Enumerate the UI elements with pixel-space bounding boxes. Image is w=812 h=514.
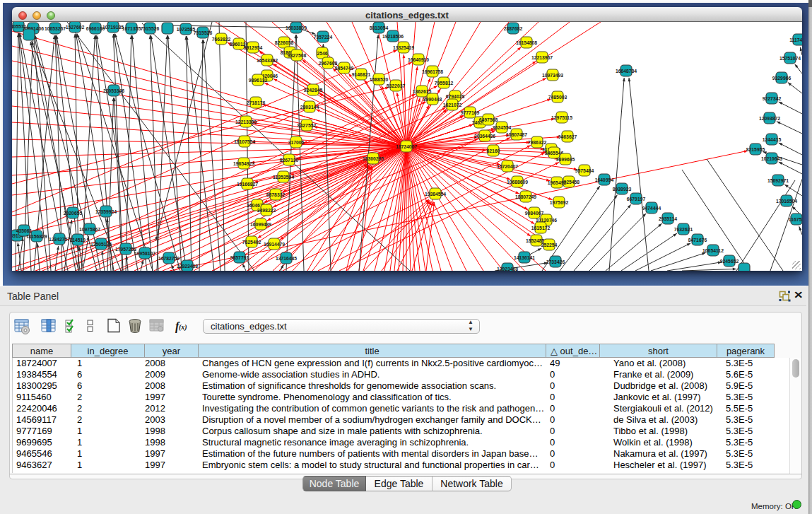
svg-text:2803144: 2803144 [300,105,319,110]
svg-text:7986322: 7986322 [528,140,547,145]
svg-text:7357224: 7357224 [314,35,333,40]
svg-text:2546: 2546 [317,51,327,56]
svg-text:16543382: 16543382 [257,58,278,63]
svg-text:10654112: 10654112 [702,248,724,253]
svg-text:2718176: 2718176 [247,100,266,105]
svg-text:435061: 435061 [16,228,33,233]
svg-text:317006: 317006 [288,140,305,145]
svg-text:7485003: 7485003 [548,95,567,100]
svg-text:10975867: 10975867 [79,227,100,232]
svg-text:16099489: 16099489 [250,222,271,227]
svg-text:9327508: 9327508 [288,53,307,58]
svg-text:114519: 114519 [70,238,86,243]
svg-text:7625402: 7625402 [242,240,261,245]
svg-text:17957253: 17957253 [115,247,136,252]
svg-text:1527602: 1527602 [66,25,85,30]
svg-text:9245652: 9245652 [720,259,739,264]
svg-text:16154808: 16154808 [516,40,537,45]
svg-text:12213967: 12213967 [531,55,553,60]
svg-text:9699695: 9699695 [556,157,575,162]
svg-text:10653267: 10653267 [45,26,66,31]
svg-text:15692971: 15692971 [767,178,789,183]
svg-text:19384554: 19384554 [425,192,446,197]
svg-text:9084067: 9084067 [525,211,544,216]
svg-text:6679197: 6679197 [627,197,646,201]
svg-text:19218506: 19218506 [382,34,404,39]
svg-text:8427552: 8427552 [298,123,317,128]
svg-text:11353594: 11353594 [273,175,294,180]
svg-text:9474444: 9474444 [642,206,661,211]
svg-text:9463627: 9463627 [558,134,577,139]
svg-text:12923468: 12923468 [497,267,518,271]
svg-text:16640910: 16640910 [408,57,429,62]
svg-text:10973493: 10973493 [542,73,563,78]
svg-text:12093872: 12093872 [759,116,780,121]
svg-text:19654923: 19654923 [233,161,254,166]
svg-text:2967608: 2967608 [319,61,338,66]
svg-text:2887682: 2887682 [504,26,523,31]
svg-text:1621072: 1621072 [443,103,462,107]
svg-text:16033809: 16033809 [286,25,307,30]
svg-text:8471676: 8471676 [688,238,707,243]
svg-text:20053346: 20053346 [103,88,124,93]
svg-text:10210643: 10210643 [761,156,782,161]
svg-text:8322037: 8322037 [387,83,406,88]
svg-text:1588520: 1588520 [370,77,389,82]
svg-text:15751074: 15751074 [779,56,801,61]
svg-text:15720407: 15720407 [497,164,518,169]
svg-text:16914479: 16914479 [264,242,285,247]
svg-text:10958107: 10958107 [134,251,155,256]
svg-text:3498222: 3498222 [257,208,276,213]
svg-text:19166827: 19166827 [237,182,258,187]
svg-text:9575484: 9575484 [575,168,594,173]
svg-text:16961758: 16961758 [422,69,443,74]
svg-text:1073585: 1073585 [177,27,196,32]
svg-text:1733426: 1733426 [546,259,565,264]
svg-text:16648784: 16648784 [616,69,637,74]
svg-text:9227342: 9227342 [763,96,782,101]
svg-text:9329966: 9329966 [772,76,792,81]
svg-text:9777169: 9777169 [461,110,480,115]
svg-text:18807249: 18807249 [515,194,536,199]
svg-text:9146821: 9146821 [352,72,371,77]
svg-text:17016504: 17016504 [776,199,797,204]
svg-text:10688609: 10688609 [507,180,528,185]
svg-text:8912954: 8912954 [244,45,263,50]
svg-text:252254: 252254 [541,243,558,247]
svg-text:2935114: 2935114 [659,216,677,221]
svg-text:1671355: 1671355 [122,26,141,31]
svg-text:7955812: 7955812 [435,81,454,86]
svg-text:13325419: 13325419 [393,45,414,50]
svg-text:9857791: 9857791 [230,255,249,260]
svg-text:(x): (x) [179,323,187,332]
svg-text:1244415: 1244415 [763,137,782,142]
svg-text:3624554: 3624554 [493,125,512,130]
svg-text:1362615: 1362615 [413,89,432,94]
svg-text:9242845: 9242845 [304,88,323,93]
svg-text:6794028: 6794028 [446,94,465,99]
svg-text:116753: 116753 [789,217,802,222]
svg-text:9896132: 9896132 [249,78,268,83]
svg-text:20364436: 20364436 [474,134,495,139]
svg-text:16782759: 16782759 [158,256,180,261]
svg-text:12213389: 12213389 [235,119,257,124]
svg-text:18107554: 18107554 [234,139,255,144]
svg-text:7515526: 7515526 [194,30,213,35]
svg-text:18724007: 18724007 [396,144,417,149]
svg-text:8938923: 8938923 [613,187,632,192]
svg-text:12505135: 12505135 [90,242,112,247]
svg-text:12342757: 12342757 [49,237,70,242]
svg-text:6497568: 6497568 [479,117,498,122]
svg-text:12923468: 12923468 [177,264,198,269]
svg-text:1117434: 1117434 [789,37,802,42]
svg-text:1640954: 1640954 [595,177,614,182]
svg-text:8813054: 8813054 [370,25,389,30]
svg-text:13716485: 13716485 [276,256,297,261]
svg-text:10719185: 10719185 [102,25,124,30]
svg-text:1975692: 1975692 [550,200,569,205]
svg-text:8454749: 8454749 [335,66,354,71]
svg-text:17359924: 17359924 [95,209,117,214]
svg-text:8226058: 8226058 [275,40,294,45]
svg-text:1965492: 1965492 [548,180,567,185]
svg-text:8267130: 8267130 [280,158,299,163]
